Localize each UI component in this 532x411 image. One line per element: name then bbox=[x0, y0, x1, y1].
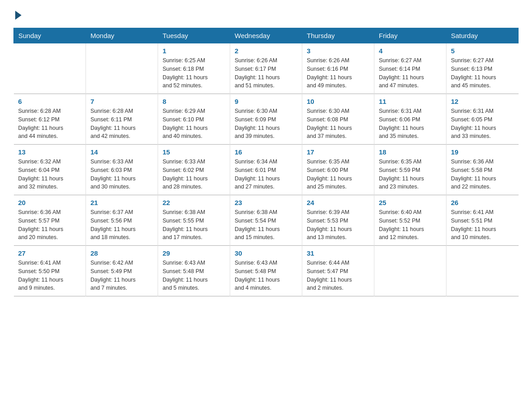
logo bbox=[13, 9, 21, 20]
day-number: 21 bbox=[90, 199, 153, 206]
day-info: Sunrise: 6:39 AMSunset: 5:53 PMDaylight:… bbox=[307, 208, 369, 242]
calendar-table: SundayMondayTuesdayWednesdayThursdayFrid… bbox=[13, 28, 519, 296]
day-number: 18 bbox=[379, 148, 442, 156]
calendar-cell: 24Sunrise: 6:39 AMSunset: 5:53 PMDayligh… bbox=[302, 195, 374, 246]
calendar-cell: 23Sunrise: 6:38 AMSunset: 5:54 PMDayligh… bbox=[230, 195, 302, 246]
day-number: 13 bbox=[18, 148, 82, 156]
day-number: 1 bbox=[163, 47, 225, 55]
calendar-cell: 6Sunrise: 6:28 AMSunset: 6:12 PMDaylight… bbox=[14, 94, 86, 145]
calendar-cell: 17Sunrise: 6:35 AMSunset: 6:00 PMDayligh… bbox=[302, 145, 374, 195]
calendar-cell: 8Sunrise: 6:29 AMSunset: 6:10 PMDaylight… bbox=[158, 94, 230, 145]
calendar-cell: 27Sunrise: 6:41 AMSunset: 5:50 PMDayligh… bbox=[14, 246, 86, 296]
calendar-cell: 30Sunrise: 6:43 AMSunset: 5:48 PMDayligh… bbox=[230, 246, 302, 296]
day-number: 7 bbox=[90, 98, 153, 105]
calendar-cell: 15Sunrise: 6:33 AMSunset: 6:02 PMDayligh… bbox=[158, 145, 230, 195]
day-number: 28 bbox=[90, 249, 153, 257]
header-friday: Friday bbox=[374, 28, 446, 43]
calendar-cell: 14Sunrise: 6:33 AMSunset: 6:03 PMDayligh… bbox=[86, 145, 158, 195]
calendar-cell: 19Sunrise: 6:36 AMSunset: 5:58 PMDayligh… bbox=[446, 145, 519, 195]
day-number: 8 bbox=[163, 98, 225, 105]
day-number: 22 bbox=[163, 199, 225, 206]
day-info: Sunrise: 6:26 AMSunset: 6:16 PMDaylight:… bbox=[307, 56, 369, 90]
day-info: Sunrise: 6:28 AMSunset: 6:11 PMDaylight:… bbox=[90, 107, 153, 141]
day-info: Sunrise: 6:36 AMSunset: 5:57 PMDaylight:… bbox=[18, 208, 82, 242]
day-info: Sunrise: 6:27 AMSunset: 6:13 PMDaylight:… bbox=[451, 56, 514, 90]
calendar-cell: 4Sunrise: 6:27 AMSunset: 6:14 PMDaylight… bbox=[374, 43, 446, 94]
page-header bbox=[13, 9, 519, 20]
week-row-3: 13Sunrise: 6:32 AMSunset: 6:04 PMDayligh… bbox=[14, 145, 519, 195]
day-info: Sunrise: 6:37 AMSunset: 5:56 PMDaylight:… bbox=[90, 208, 153, 242]
week-row-1: 1Sunrise: 6:25 AMSunset: 6:18 PMDaylight… bbox=[14, 43, 519, 94]
day-info: Sunrise: 6:41 AMSunset: 5:50 PMDaylight:… bbox=[18, 259, 82, 292]
week-row-4: 20Sunrise: 6:36 AMSunset: 5:57 PMDayligh… bbox=[14, 195, 519, 246]
header-monday: Monday bbox=[86, 28, 158, 43]
day-info: Sunrise: 6:35 AMSunset: 6:00 PMDaylight:… bbox=[307, 158, 369, 191]
day-info: Sunrise: 6:33 AMSunset: 6:03 PMDaylight:… bbox=[90, 158, 153, 191]
day-number: 6 bbox=[18, 98, 82, 105]
day-number: 23 bbox=[235, 199, 297, 206]
day-number: 30 bbox=[235, 249, 297, 257]
calendar-cell: 26Sunrise: 6:41 AMSunset: 5:51 PMDayligh… bbox=[446, 195, 519, 246]
calendar-cell: 22Sunrise: 6:38 AMSunset: 5:55 PMDayligh… bbox=[158, 195, 230, 246]
calendar-cell: 25Sunrise: 6:40 AMSunset: 5:52 PMDayligh… bbox=[374, 195, 446, 246]
calendar-cell: 7Sunrise: 6:28 AMSunset: 6:11 PMDaylight… bbox=[86, 94, 158, 145]
header-tuesday: Tuesday bbox=[158, 28, 230, 43]
day-info: Sunrise: 6:28 AMSunset: 6:12 PMDaylight:… bbox=[18, 107, 82, 141]
day-info: Sunrise: 6:29 AMSunset: 6:10 PMDaylight:… bbox=[163, 107, 225, 141]
day-number: 9 bbox=[235, 98, 297, 105]
calendar-cell: 1Sunrise: 6:25 AMSunset: 6:18 PMDaylight… bbox=[158, 43, 230, 94]
header-thursday: Thursday bbox=[302, 28, 374, 43]
calendar-cell: 3Sunrise: 6:26 AMSunset: 6:16 PMDaylight… bbox=[302, 43, 374, 94]
calendar-cell: 12Sunrise: 6:31 AMSunset: 6:05 PMDayligh… bbox=[446, 94, 519, 145]
day-number: 25 bbox=[379, 199, 442, 206]
day-number: 11 bbox=[379, 98, 442, 105]
day-info: Sunrise: 6:38 AMSunset: 5:54 PMDaylight:… bbox=[235, 208, 297, 242]
day-number: 20 bbox=[18, 199, 82, 206]
day-number: 16 bbox=[235, 148, 297, 156]
calendar-cell: 16Sunrise: 6:34 AMSunset: 6:01 PMDayligh… bbox=[230, 145, 302, 195]
day-info: Sunrise: 6:36 AMSunset: 5:58 PMDaylight:… bbox=[451, 158, 514, 191]
day-number: 14 bbox=[90, 148, 153, 156]
day-number: 10 bbox=[307, 98, 369, 105]
calendar-cell: 29Sunrise: 6:43 AMSunset: 5:48 PMDayligh… bbox=[158, 246, 230, 296]
day-info: Sunrise: 6:35 AMSunset: 5:59 PMDaylight:… bbox=[379, 158, 442, 191]
day-number: 27 bbox=[18, 249, 82, 257]
day-info: Sunrise: 6:40 AMSunset: 5:52 PMDaylight:… bbox=[379, 208, 442, 242]
day-info: Sunrise: 6:33 AMSunset: 6:02 PMDaylight:… bbox=[163, 158, 225, 191]
week-row-2: 6Sunrise: 6:28 AMSunset: 6:12 PMDaylight… bbox=[14, 94, 519, 145]
day-number: 3 bbox=[307, 47, 369, 55]
day-info: Sunrise: 6:34 AMSunset: 6:01 PMDaylight:… bbox=[235, 158, 297, 191]
day-info: Sunrise: 6:30 AMSunset: 6:08 PMDaylight:… bbox=[307, 107, 369, 141]
day-info: Sunrise: 6:43 AMSunset: 5:48 PMDaylight:… bbox=[163, 259, 225, 292]
calendar-cell: 11Sunrise: 6:31 AMSunset: 6:06 PMDayligh… bbox=[374, 94, 446, 145]
day-info: Sunrise: 6:30 AMSunset: 6:09 PMDaylight:… bbox=[235, 107, 297, 141]
calendar-cell bbox=[374, 246, 446, 296]
calendar-cell: 10Sunrise: 6:30 AMSunset: 6:08 PMDayligh… bbox=[302, 94, 374, 145]
day-info: Sunrise: 6:26 AMSunset: 6:17 PMDaylight:… bbox=[235, 56, 297, 90]
week-row-5: 27Sunrise: 6:41 AMSunset: 5:50 PMDayligh… bbox=[14, 246, 519, 296]
calendar-cell bbox=[446, 246, 519, 296]
calendar-cell: 9Sunrise: 6:30 AMSunset: 6:09 PMDaylight… bbox=[230, 94, 302, 145]
day-number: 17 bbox=[307, 148, 369, 156]
calendar-header-row: SundayMondayTuesdayWednesdayThursdayFrid… bbox=[14, 28, 519, 43]
day-info: Sunrise: 6:41 AMSunset: 5:51 PMDaylight:… bbox=[451, 208, 514, 242]
calendar-cell: 31Sunrise: 6:44 AMSunset: 5:47 PMDayligh… bbox=[302, 246, 374, 296]
day-number: 19 bbox=[451, 148, 514, 156]
day-info: Sunrise: 6:25 AMSunset: 6:18 PMDaylight:… bbox=[163, 56, 225, 90]
calendar-cell: 28Sunrise: 6:42 AMSunset: 5:49 PMDayligh… bbox=[86, 246, 158, 296]
calendar-cell bbox=[14, 43, 86, 94]
calendar-cell: 20Sunrise: 6:36 AMSunset: 5:57 PMDayligh… bbox=[14, 195, 86, 246]
day-info: Sunrise: 6:32 AMSunset: 6:04 PMDaylight:… bbox=[18, 158, 82, 191]
day-info: Sunrise: 6:38 AMSunset: 5:55 PMDaylight:… bbox=[163, 208, 225, 242]
day-info: Sunrise: 6:44 AMSunset: 5:47 PMDaylight:… bbox=[307, 259, 369, 292]
logo-arrow-icon bbox=[15, 11, 21, 20]
calendar-cell: 21Sunrise: 6:37 AMSunset: 5:56 PMDayligh… bbox=[86, 195, 158, 246]
day-info: Sunrise: 6:27 AMSunset: 6:14 PMDaylight:… bbox=[379, 56, 442, 90]
day-number: 4 bbox=[379, 47, 442, 55]
day-info: Sunrise: 6:31 AMSunset: 6:06 PMDaylight:… bbox=[379, 107, 442, 141]
calendar-cell: 18Sunrise: 6:35 AMSunset: 5:59 PMDayligh… bbox=[374, 145, 446, 195]
day-number: 31 bbox=[307, 249, 369, 257]
calendar-cell: 5Sunrise: 6:27 AMSunset: 6:13 PMDaylight… bbox=[446, 43, 519, 94]
day-number: 26 bbox=[451, 199, 514, 206]
day-info: Sunrise: 6:31 AMSunset: 6:05 PMDaylight:… bbox=[451, 107, 514, 141]
